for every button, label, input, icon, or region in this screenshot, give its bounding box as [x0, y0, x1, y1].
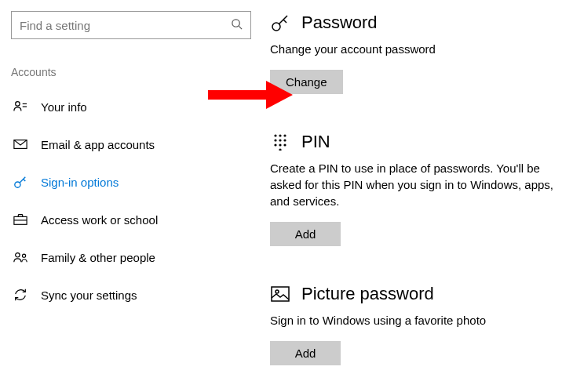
key-icon: [270, 13, 290, 32]
password-section: Password Change your account password Ch…: [270, 13, 573, 94]
picture-password-section: Picture password Sign in to Windows usin…: [270, 284, 573, 365]
svg-point-17: [283, 139, 286, 141]
search-icon: [231, 18, 243, 32]
mail-icon: [13, 139, 28, 150]
sidebar-item-label: Access work or school: [41, 213, 158, 227]
sidebar-item-your-info[interactable]: Your info: [11, 88, 259, 125]
keypad-icon: [270, 133, 290, 151]
search-box[interactable]: [11, 11, 251, 39]
sync-icon: [13, 288, 28, 302]
sidebar-item-label: Sync your settings: [41, 289, 137, 302]
picture-icon: [270, 286, 290, 302]
pin-title: PIN: [301, 132, 330, 152]
svg-point-19: [279, 143, 281, 146]
svg-point-21: [279, 148, 281, 151]
svg-point-2: [16, 102, 20, 106]
svg-point-20: [283, 143, 286, 146]
people-icon: [13, 251, 28, 263]
briefcase-icon: [13, 213, 28, 226]
sidebar-item-label: Family & other people: [41, 251, 155, 264]
svg-line-1: [239, 26, 242, 29]
svg-rect-22: [272, 287, 289, 301]
sidebar-item-signin-options[interactable]: Sign-in options: [11, 163, 259, 201]
svg-point-15: [274, 139, 276, 141]
svg-point-16: [279, 139, 281, 141]
svg-point-12: [274, 134, 276, 136]
sidebar-item-label: Your info: [41, 100, 87, 114]
picture-desc: Sign in to Windows using a favorite phot…: [270, 312, 573, 328]
svg-point-6: [15, 182, 20, 187]
svg-point-18: [274, 143, 276, 146]
password-title: Password: [301, 13, 378, 33]
svg-point-9: [16, 253, 20, 257]
sidebar-item-sync-settings[interactable]: Sync your settings: [11, 276, 259, 314]
user-info-icon: [13, 100, 28, 114]
sidebar-item-label: Email & app accounts: [41, 138, 155, 151]
sidebar-item-label: Sign-in options: [41, 176, 119, 189]
svg-point-23: [276, 290, 279, 293]
change-password-button[interactable]: Change: [270, 70, 343, 94]
sidebar-item-email-accounts[interactable]: Email & app accounts: [11, 125, 259, 163]
main-content: Password Change your account password Ch…: [259, 0, 573, 392]
sidebar-item-work-school[interactable]: Access work or school: [11, 201, 259, 238]
password-desc: Change your account password: [270, 41, 573, 57]
key-icon: [13, 175, 28, 189]
svg-point-0: [232, 20, 239, 27]
sidebar-section-label: Accounts: [11, 66, 259, 78]
svg-point-10: [22, 254, 25, 257]
sidebar-item-family-people[interactable]: Family & other people: [11, 238, 259, 276]
svg-point-13: [279, 134, 281, 136]
pin-section: PIN Create a PIN to use in place of pass…: [270, 132, 573, 246]
pin-desc: Create a PIN to use in place of password…: [270, 160, 573, 209]
svg-point-14: [283, 134, 286, 136]
add-picture-password-button[interactable]: Add: [270, 341, 341, 365]
picture-title: Picture password: [301, 284, 434, 304]
search-input[interactable]: [20, 19, 231, 32]
sidebar: Accounts Your info Email & app accounts …: [0, 0, 259, 392]
add-pin-button[interactable]: Add: [270, 222, 341, 246]
